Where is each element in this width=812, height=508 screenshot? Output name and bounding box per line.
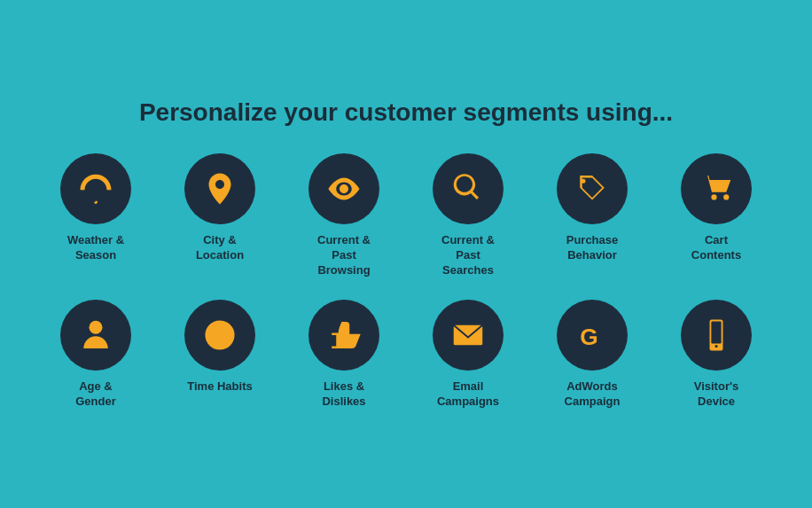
label-purchase-behavior: Purchase Behavior <box>566 233 619 263</box>
icon-circle-visitors-device <box>681 300 752 371</box>
page-title: Personalize your customer segments using… <box>139 98 673 127</box>
svg-point-0 <box>90 321 103 334</box>
icon-circle-adwords-campaign: G <box>557 300 628 371</box>
label-adwords-campaign: AdWords Campaign <box>565 379 621 410</box>
icon-circle-email-campaigns <box>433 300 504 371</box>
label-weather-season: Weather & Season <box>67 233 124 263</box>
icon-circle-cart-contents <box>681 153 752 224</box>
label-current-past-searches: Current & Past Searches <box>441 233 495 278</box>
icon-row-0: Weather & SeasonCity & LocationCurrent &… <box>25 153 787 278</box>
item-time-habits: Time Habits <box>171 300 269 410</box>
item-adwords-campaign: GAdWords Campaign <box>543 300 641 410</box>
svg-text:G: G <box>580 324 597 350</box>
item-weather-season: Weather & Season <box>47 153 144 278</box>
icon-circle-city-location <box>184 153 255 224</box>
icon-circle-purchase-behavior <box>557 153 628 224</box>
label-age-gender: Age & Gender <box>75 379 116 410</box>
label-time-habits: Time Habits <box>187 379 252 395</box>
item-age-gender: Age & Gender <box>47 300 144 410</box>
item-current-past-searches: Current & Past Searches <box>419 153 517 278</box>
item-purchase-behavior: Purchase Behavior <box>543 153 641 278</box>
svg-rect-7 <box>711 321 721 343</box>
label-city-location: City & Location <box>196 233 244 263</box>
icon-circle-time-habits <box>184 300 255 371</box>
icon-circle-weather-season <box>60 153 131 224</box>
item-email-campaigns: Email Campaigns <box>419 300 517 410</box>
label-cart-contents: Cart Contents <box>691 233 741 263</box>
item-city-location: City & Location <box>171 153 269 278</box>
icon-grid: Weather & SeasonCity & LocationCurrent &… <box>25 153 787 409</box>
svg-point-8 <box>714 345 717 348</box>
label-visitors-device: Visitor's Device <box>694 379 739 410</box>
label-email-campaigns: Email Campaigns <box>437 379 499 410</box>
main-container: Personalize your customer segments using… <box>25 98 787 409</box>
icon-circle-age-gender <box>60 300 131 371</box>
label-current-past-browsing: Current & Past Browsing <box>317 233 371 278</box>
icon-row-1: Age & GenderTime HabitsLikes & DislikesE… <box>25 300 787 410</box>
item-likes-dislikes: Likes & Dislikes <box>295 300 393 410</box>
label-likes-dislikes: Likes & Dislikes <box>322 379 365 410</box>
item-cart-contents: Cart Contents <box>668 153 765 278</box>
icon-circle-current-past-browsing <box>308 153 379 224</box>
icon-circle-current-past-searches <box>433 153 504 224</box>
item-current-past-browsing: Current & Past Browsing <box>295 153 393 278</box>
item-visitors-device: Visitor's Device <box>668 300 765 410</box>
icon-circle-likes-dislikes <box>308 300 379 371</box>
